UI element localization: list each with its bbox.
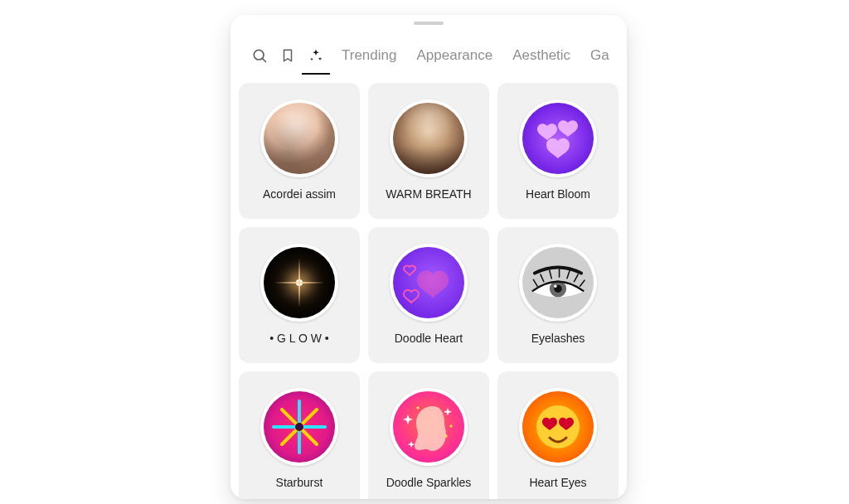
tab-aesthetic[interactable]: Aesthetic xyxy=(502,41,580,70)
effect-tile-heart-bloom[interactable]: Heart Bloom xyxy=(497,83,619,219)
svg-point-4 xyxy=(554,284,556,287)
tab-trending[interactable]: Trending xyxy=(330,41,406,70)
eyelash-icon xyxy=(522,247,594,318)
effect-tile-doodle-sparkles[interactable]: Doodle Sparkles xyxy=(368,371,489,499)
active-tab-underline xyxy=(302,73,330,75)
svg-line-9 xyxy=(567,270,570,278)
effect-thumbnail-ring xyxy=(519,99,597,177)
purple-hearts-icon xyxy=(522,103,594,174)
svg-line-6 xyxy=(541,274,544,282)
effect-thumbnail-ring xyxy=(260,388,338,466)
drag-handle[interactable] xyxy=(414,22,444,25)
heart-eyes-emoji-icon xyxy=(522,391,594,463)
effect-label: Acordei assim xyxy=(263,187,336,201)
svg-line-5 xyxy=(533,279,537,286)
effect-thumbnail-ring xyxy=(260,244,338,322)
svg-line-7 xyxy=(550,270,551,278)
effect-label: Heart Eyes xyxy=(529,476,586,489)
svg-point-20 xyxy=(295,423,303,431)
effect-tile-starburst[interactable]: Starburst xyxy=(239,371,360,499)
face-photo-icon xyxy=(393,103,464,174)
tab-partial[interactable]: Ga xyxy=(580,41,619,70)
search-icon[interactable] xyxy=(245,41,274,70)
effect-tile-glow[interactable]: • G L O W • xyxy=(239,227,360,363)
effect-label: WARM BREATH xyxy=(386,187,471,201)
starburst-icon xyxy=(264,391,335,463)
svg-line-11 xyxy=(580,280,585,286)
effect-tile-eyelashes[interactable]: Eyelashes xyxy=(497,227,619,363)
bookmark-icon[interactable] xyxy=(274,41,302,70)
svg-line-10 xyxy=(574,274,578,282)
effect-thumbnail-ring xyxy=(390,244,468,322)
effect-label: Eyelashes xyxy=(531,332,585,345)
face-photo-icon xyxy=(264,103,335,174)
lens-flare-icon xyxy=(264,247,335,318)
effect-thumbnail-ring xyxy=(260,99,338,177)
effects-panel: Trending Appearance Aesthetic Ga Acordei… xyxy=(230,15,627,499)
effect-tile-doodle-heart[interactable]: Doodle Heart xyxy=(368,227,489,363)
doodle-heart-icon xyxy=(393,247,464,318)
effect-thumbnail-ring xyxy=(519,388,597,466)
effect-label: Heart Bloom xyxy=(526,187,590,201)
svg-line-1 xyxy=(263,59,266,62)
sparkles-head-icon xyxy=(393,391,464,463)
effect-tile-acordei-assim[interactable]: Acordei assim xyxy=(239,83,360,219)
tab-appearance[interactable]: Appearance xyxy=(406,41,502,70)
effect-tile-warm-breath[interactable]: WARM BREATH xyxy=(368,83,489,219)
effect-tile-heart-eyes[interactable]: Heart Eyes xyxy=(497,371,619,499)
effect-thumbnail-ring xyxy=(390,99,468,177)
effect-label: Starburst xyxy=(276,476,323,489)
effect-thumbnail-ring xyxy=(390,388,468,466)
sparkles-icon[interactable] xyxy=(302,41,330,70)
effect-label: • G L O W • xyxy=(269,332,329,345)
effect-thumbnail-ring xyxy=(519,244,597,322)
effects-grid: Acordei assim WARM BREATH xyxy=(239,83,619,499)
category-tabbar: Trending Appearance Aesthetic Ga xyxy=(230,36,627,75)
effect-label: Doodle Heart xyxy=(395,332,463,345)
effect-label: Doodle Sparkles xyxy=(386,476,472,489)
